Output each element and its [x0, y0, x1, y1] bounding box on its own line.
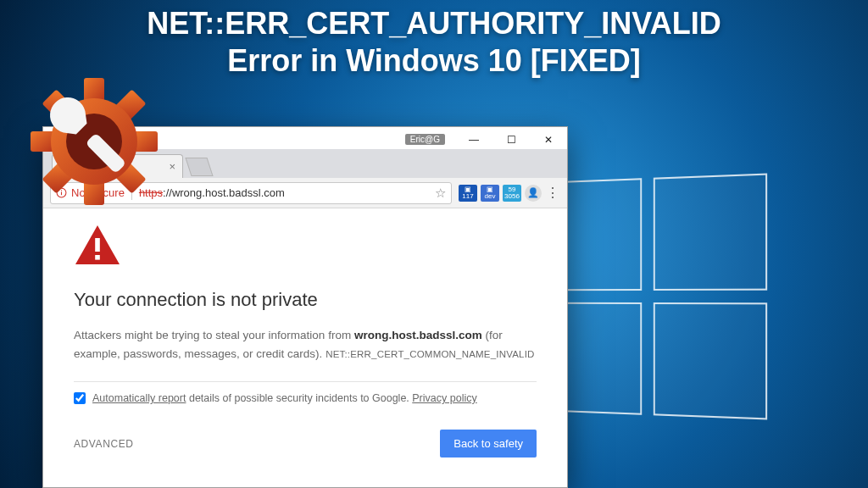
auto-report-checkbox[interactable] [74, 392, 86, 404]
warning-triangle-icon [74, 224, 537, 269]
page-title: NET::ERR_CERT_AUTHORITY_INVALID Error in… [0, 5, 868, 80]
svg-rect-16 [95, 255, 100, 260]
windows-logo [537, 174, 767, 420]
new-tab-button[interactable] [185, 158, 213, 176]
profile-avatar-icon[interactable]: 👤 [525, 185, 542, 202]
extensions-row: ▣ 117 ▣ dev 59 3056 👤 ⋮ [459, 185, 560, 202]
svg-rect-15 [95, 238, 100, 252]
error-description: Attackers might be trying to steal your … [74, 326, 537, 363]
error-code: NET::ERR_CERT_COMMON_NAME_INVALID [326, 349, 534, 359]
privacy-policy-link[interactable]: Privacy policy [412, 392, 476, 404]
auto-report-row[interactable]: Automatically report details of possible… [74, 392, 537, 404]
maximize-button[interactable]: ☐ [492, 127, 530, 152]
tab-close-icon[interactable]: × [169, 160, 175, 173]
kebab-menu-icon[interactable]: ⋮ [545, 185, 560, 201]
error-heading: Your connection is not private [74, 289, 537, 311]
action-row: ADVANCED Back to safety [74, 430, 537, 458]
extension-2-icon[interactable]: ▣ dev [481, 185, 499, 202]
error-page: Your connection is not private Attackers… [43, 208, 567, 487]
extension-3-icon[interactable]: 59 3056 [503, 185, 521, 202]
gear-wrench-icon [31, 78, 158, 205]
title-line-1: NET::ERR_CERT_AUTHORITY_INVALID [0, 5, 868, 42]
back-to-safety-button[interactable]: Back to safety [440, 430, 537, 458]
separator [74, 381, 537, 382]
advanced-button[interactable]: ADVANCED [74, 438, 134, 450]
profile-badge[interactable]: Eric@G [405, 134, 445, 145]
title-line-2: Error in Windows 10 [FIXED] [0, 42, 868, 80]
bookmark-star-icon[interactable]: ☆ [435, 186, 446, 201]
close-button[interactable]: ✕ [530, 127, 567, 152]
extension-1-icon[interactable]: ▣ 117 [459, 185, 477, 202]
auto-report-text: Automatically report details of possible… [92, 392, 477, 404]
minimize-button[interactable]: — [455, 127, 492, 152]
url-text: https://wrong.host.badssl.com [139, 186, 285, 199]
